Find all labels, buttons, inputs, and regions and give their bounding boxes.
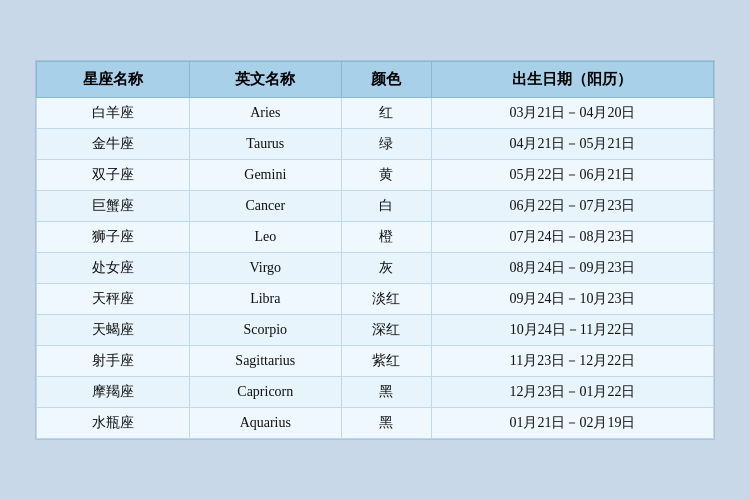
table-cell: 01月21日－02月19日 [431,408,713,439]
table-row: 射手座Sagittarius紫红11月23日－12月22日 [37,346,714,377]
table-cell: 双子座 [37,160,190,191]
table-row: 双子座Gemini黄05月22日－06月21日 [37,160,714,191]
table-cell: 08月24日－09月23日 [431,253,713,284]
table-cell: 天秤座 [37,284,190,315]
table-cell: Gemini [189,160,342,191]
table-row: 天秤座Libra淡红09月24日－10月23日 [37,284,714,315]
table-cell: 紫红 [342,346,432,377]
table-cell: 09月24日－10月23日 [431,284,713,315]
table-row: 天蝎座Scorpio深红10月24日－11月22日 [37,315,714,346]
table-cell: 04月21日－05月21日 [431,129,713,160]
table-cell: 橙 [342,222,432,253]
table-cell: Sagittarius [189,346,342,377]
table-row: 巨蟹座Cancer白06月22日－07月23日 [37,191,714,222]
table-cell: Virgo [189,253,342,284]
table-cell: 摩羯座 [37,377,190,408]
table-cell: 05月22日－06月21日 [431,160,713,191]
table-cell: 10月24日－11月22日 [431,315,713,346]
table-row: 摩羯座Capricorn黑12月23日－01月22日 [37,377,714,408]
table-cell: 黑 [342,408,432,439]
zodiac-table: 星座名称英文名称颜色出生日期（阳历） 白羊座Aries红03月21日－04月20… [36,61,714,439]
table-cell: 黑 [342,377,432,408]
table-cell: 白 [342,191,432,222]
table-cell: 03月21日－04月20日 [431,98,713,129]
table-header-cell: 出生日期（阳历） [431,62,713,98]
table-row: 狮子座Leo橙07月24日－08月23日 [37,222,714,253]
table-cell: Scorpio [189,315,342,346]
table-cell: 绿 [342,129,432,160]
table-cell: 红 [342,98,432,129]
table-cell: 白羊座 [37,98,190,129]
table-row: 白羊座Aries红03月21日－04月20日 [37,98,714,129]
table-body: 白羊座Aries红03月21日－04月20日金牛座Taurus绿04月21日－0… [37,98,714,439]
table-cell: 06月22日－07月23日 [431,191,713,222]
table-cell: Libra [189,284,342,315]
zodiac-table-wrapper: 星座名称英文名称颜色出生日期（阳历） 白羊座Aries红03月21日－04月20… [35,60,715,440]
table-row: 金牛座Taurus绿04月21日－05月21日 [37,129,714,160]
table-cell: 巨蟹座 [37,191,190,222]
table-header-cell: 星座名称 [37,62,190,98]
table-header-cell: 英文名称 [189,62,342,98]
table-header-row: 星座名称英文名称颜色出生日期（阳历） [37,62,714,98]
table-cell: Cancer [189,191,342,222]
table-cell: Leo [189,222,342,253]
table-cell: Capricorn [189,377,342,408]
table-cell: Taurus [189,129,342,160]
table-cell: 射手座 [37,346,190,377]
table-cell: 金牛座 [37,129,190,160]
table-cell: 天蝎座 [37,315,190,346]
table-cell: 黄 [342,160,432,191]
table-header-cell: 颜色 [342,62,432,98]
table-cell: 12月23日－01月22日 [431,377,713,408]
table-cell: 07月24日－08月23日 [431,222,713,253]
table-row: 处女座Virgo灰08月24日－09月23日 [37,253,714,284]
table-cell: 水瓶座 [37,408,190,439]
table-cell: Aquarius [189,408,342,439]
table-cell: 灰 [342,253,432,284]
table-cell: Aries [189,98,342,129]
table-row: 水瓶座Aquarius黑01月21日－02月19日 [37,408,714,439]
table-cell: 11月23日－12月22日 [431,346,713,377]
table-cell: 狮子座 [37,222,190,253]
table-cell: 处女座 [37,253,190,284]
table-cell: 深红 [342,315,432,346]
table-cell: 淡红 [342,284,432,315]
